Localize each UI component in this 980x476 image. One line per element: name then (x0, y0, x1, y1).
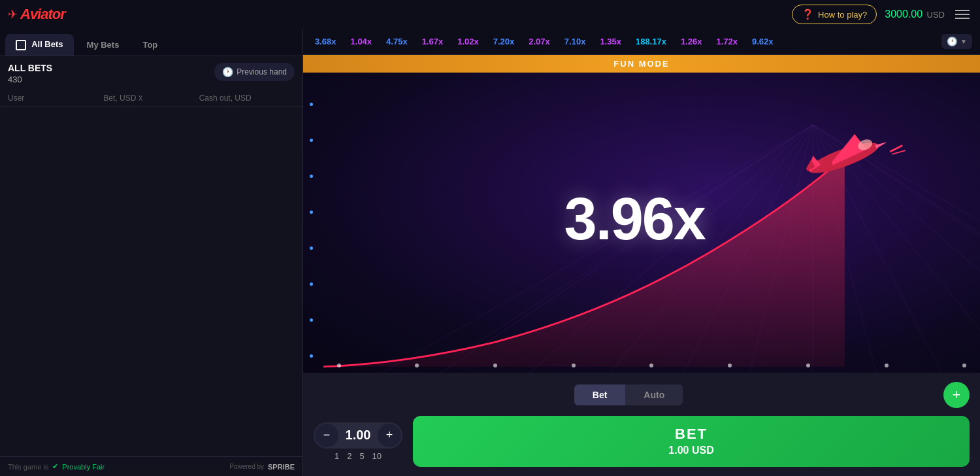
bottom-dot (962, 364, 966, 367)
game-area: 3.96x (303, 73, 980, 373)
plus-icon: + (953, 386, 961, 403)
svg-marker-19 (875, 141, 888, 148)
right-panel: 3.68x 1.04x 4.75x 1.67x 1.02x 7.20x 2.07… (303, 29, 980, 476)
all-bets-tab-label: All Bets (31, 39, 63, 49)
quick-amount-5[interactable]: 5 (359, 451, 364, 461)
all-bets-label: ALL BETS (8, 63, 52, 73)
bottom-dot (493, 364, 497, 367)
amount-input-row: − 1.00 + (314, 422, 402, 449)
bottom-dot (728, 364, 732, 367)
axis-dots (310, 103, 313, 358)
axis-dot (310, 246, 313, 250)
powered-by-text: Powered by (229, 463, 264, 470)
mult-7.20x: 7.20x (489, 35, 519, 48)
bets-count: 430 (8, 75, 52, 84)
table-header: User Bet, USD X Cash out, USD (0, 90, 302, 107)
grid-icon (16, 40, 26, 50)
bets-header: ALL BETS 430 🕐 Previous hand (0, 56, 302, 90)
menu-line-3 (955, 18, 970, 19)
nav-right: ❓ How to play? 3000.00 USD (792, 5, 972, 24)
balance-display: 3000.00 USD (885, 8, 945, 20)
bet-tab-group: Bet Auto (314, 384, 943, 405)
axis-dot (310, 354, 313, 358)
quick-amount-10[interactable]: 10 (372, 451, 382, 461)
bet-tab-label: Bet (593, 390, 608, 400)
panel-footer: This game is ✔ Provably Fair Powered by … (0, 456, 302, 476)
main-layout: All Bets My Bets Top ALL BETS 430 🕐 Prev… (0, 29, 980, 476)
mult-1.67x: 1.67x (418, 35, 448, 48)
fun-mode-banner: FUN MODE (303, 55, 980, 73)
tab-my-bets[interactable]: My Bets (76, 34, 130, 56)
game-canvas: 3.96x (303, 73, 980, 373)
auto-tab-label: Auto (644, 390, 664, 400)
add-panel-button[interactable]: + (943, 382, 970, 408)
bet-amount-value: 1.00 (338, 428, 378, 443)
tab-top[interactable]: Top (132, 34, 168, 56)
shield-icon: ✔ (52, 462, 58, 471)
increase-bet-button[interactable]: + (378, 424, 401, 447)
bet-submit-button[interactable]: BET 1.00 USD (413, 416, 970, 467)
bottom-dots (337, 364, 966, 367)
logo: ✈ Aviator (8, 6, 65, 23)
axis-dot (310, 211, 313, 214)
spribe-logo: SPRIBE (268, 463, 295, 471)
tab-bet[interactable]: Bet (574, 384, 626, 405)
cashout-column-header: Cash out, USD (199, 94, 295, 103)
left-panel: All Bets My Bets Top ALL BETS 430 🕐 Prev… (0, 29, 303, 476)
plane (781, 127, 899, 198)
bet-button-label: BET (675, 425, 708, 444)
betting-area: Bet Auto + − 1.00 (303, 373, 980, 476)
logo-text: Aviator (20, 6, 65, 23)
bottom-dot (415, 364, 419, 367)
balance-amount: 3000.00 (885, 8, 923, 20)
bet-tab-row: Bet Auto + (314, 382, 970, 408)
top-tab-label: Top (142, 40, 157, 50)
mult-1.72x: 1.72x (712, 35, 742, 48)
question-icon: ❓ (802, 8, 814, 20)
top-navigation: ✈ Aviator ❓ How to play? 3000.00 USD (0, 0, 980, 29)
mult-1.26x: 1.26x (677, 35, 706, 48)
bet-button-amount: 1.00 USD (668, 444, 713, 458)
logo-plane-icon: ✈ (8, 7, 18, 22)
my-bets-tab-label: My Bets (87, 40, 120, 50)
balance-currency: USD (927, 10, 945, 20)
mult-1.02x: 1.02x (453, 35, 483, 48)
tab-all-bets[interactable]: All Bets (5, 34, 74, 56)
mult-4.75x: 4.75x (382, 35, 412, 48)
minus-icon: − (323, 428, 331, 442)
bets-tabs-row: All Bets My Bets Top (0, 29, 302, 56)
quick-amount-1[interactable]: 1 (335, 451, 339, 461)
bet-controls-row: − 1.00 + 1 2 5 10 BET (314, 416, 970, 467)
user-column-header: User (8, 94, 103, 103)
game-is-text: This game is (8, 463, 48, 471)
history-toggle-button[interactable]: 🕐 ▼ (941, 34, 972, 49)
decrease-bet-button[interactable]: − (315, 424, 338, 447)
mult-2.07x: 2.07x (525, 35, 554, 48)
current-multiplier: 3.96x (564, 186, 705, 253)
menu-button[interactable] (953, 7, 972, 22)
mult-7.10x: 7.10x (561, 35, 590, 48)
axis-dot (310, 103, 313, 106)
mult-3.68x: 3.68x (311, 35, 340, 48)
mult-188.17x: 188.17x (632, 35, 670, 48)
bottom-dot (337, 364, 341, 367)
how-to-play-button[interactable]: ❓ How to play? (792, 5, 877, 24)
tab-auto[interactable]: Auto (625, 384, 683, 405)
bottom-dot (649, 364, 653, 367)
svg-line-21 (890, 145, 902, 152)
clock-icon: 🕐 (947, 37, 958, 46)
svg-line-22 (892, 150, 906, 154)
previous-hand-button[interactable]: 🕐 Previous hand (214, 63, 295, 81)
all-bets-info: ALL BETS 430 (8, 63, 52, 84)
mult-1.04x: 1.04x (347, 35, 376, 48)
quick-amount-2[interactable]: 2 (347, 451, 351, 461)
axis-dot (310, 318, 313, 322)
chevron-down-icon: ▼ (960, 38, 967, 45)
bets-list (0, 107, 302, 456)
menu-line-1 (955, 10, 970, 11)
bet-column-header: Bet, USD X (103, 94, 199, 103)
bottom-dot (806, 364, 810, 367)
bet-amount-control: − 1.00 + 1 2 5 10 (314, 422, 402, 461)
how-to-play-label: How to play? (818, 10, 867, 20)
plus-icon: + (386, 428, 393, 442)
